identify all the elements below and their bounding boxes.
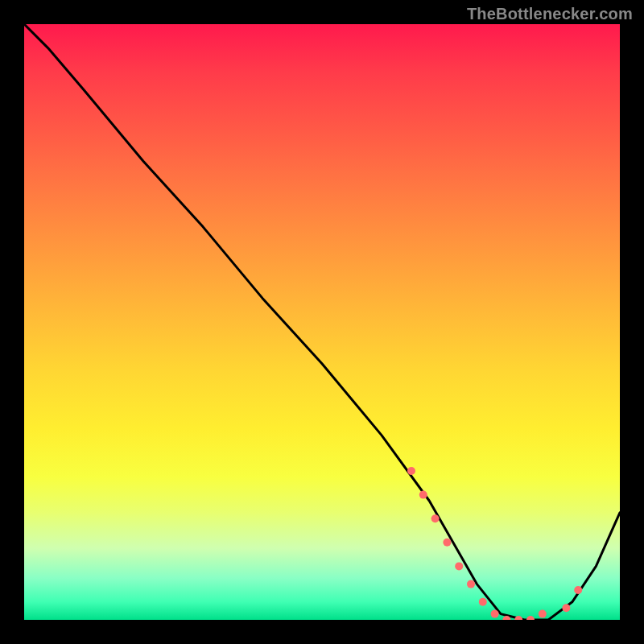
chart-overlay-svg: [24, 24, 620, 620]
bottleneck-curve: [24, 24, 620, 620]
highlight-dot: [455, 562, 463, 570]
highlight-dot: [491, 610, 499, 618]
watermark-text: TheBottlenecker.com: [467, 5, 633, 23]
highlight-dot: [443, 539, 451, 547]
highlight-dot: [467, 580, 475, 588]
highlight-dot: [419, 491, 427, 499]
highlight-dot: [574, 586, 582, 594]
chart-stage: TheBottlenecker.com: [0, 0, 644, 644]
highlight-dot: [562, 604, 570, 612]
highlight-dots-group: [407, 467, 582, 620]
highlight-dot: [407, 467, 415, 475]
highlight-dot: [539, 610, 547, 618]
highlight-dot: [431, 514, 440, 522]
highlight-dot: [526, 616, 535, 620]
plot-area: [24, 24, 620, 620]
highlight-dot: [479, 598, 487, 606]
